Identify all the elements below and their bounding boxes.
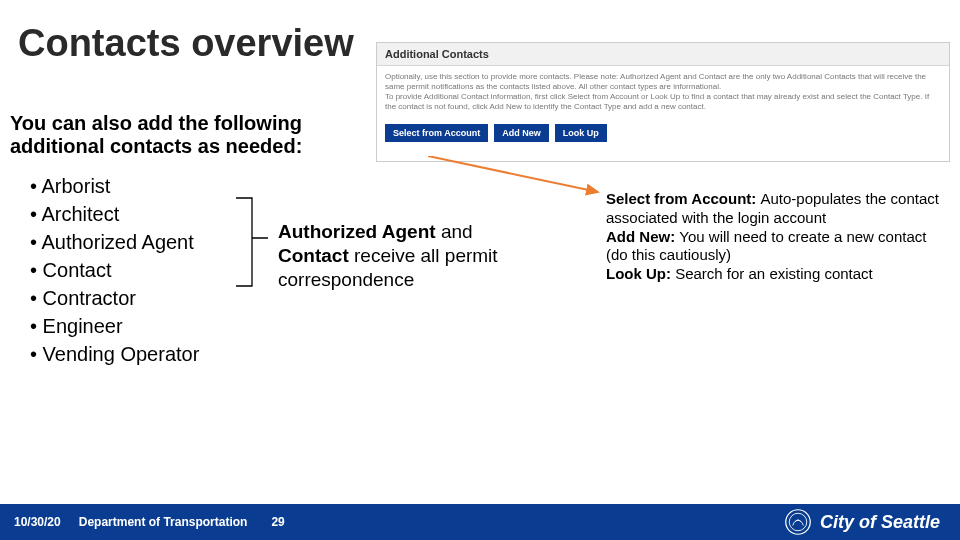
- panel-header: Additional Contacts: [377, 43, 949, 66]
- look-up-button[interactable]: Look Up: [555, 124, 607, 142]
- explain-label: Add New:: [606, 228, 679, 245]
- list-item: • Architect: [30, 200, 199, 228]
- explain-look-up: Look Up: Search for an existing contact: [606, 265, 946, 284]
- list-item: • Engineer: [30, 312, 199, 340]
- explain-select-from-account: Select from Account: Auto-populates the …: [606, 190, 946, 228]
- footer-page-number: 29: [271, 515, 284, 529]
- svg-point-2: [789, 513, 807, 531]
- panel-text-2: To provide Additional Contact informatio…: [385, 92, 941, 112]
- bullet-list: • Arborist • Architect • Authorized Agen…: [30, 172, 199, 368]
- footer-department: Department of Transportation: [79, 515, 248, 529]
- bullet-label: Authorized Agent: [41, 231, 193, 253]
- city-of-seattle-logo: City of Seattle: [784, 508, 940, 536]
- callout-text: Authorized Agent and Contact receive all…: [278, 220, 528, 291]
- bullet-label: Engineer: [43, 315, 123, 337]
- explain-label: Look Up:: [606, 265, 675, 282]
- explain-label: Select from Account:: [606, 190, 760, 207]
- callout-mid: and: [441, 221, 473, 242]
- list-item: • Authorized Agent: [30, 228, 199, 256]
- button-explanations: Select from Account: Auto-populates the …: [606, 190, 946, 284]
- list-item: • Vending Operator: [30, 340, 199, 368]
- additional-contacts-panel: Additional Contacts Optionally, use this…: [376, 42, 950, 162]
- bracket-icon: [232, 194, 276, 290]
- panel-body: Optionally, use this section to provide …: [377, 66, 949, 118]
- panel-text-1: Optionally, use this section to provide …: [385, 72, 941, 92]
- bullet-label: Contractor: [43, 287, 136, 309]
- logo-text: City of Seattle: [820, 512, 940, 533]
- bullet-label: Vending Operator: [43, 343, 200, 365]
- footer-date: 10/30/20: [14, 515, 61, 529]
- add-new-button[interactable]: Add New: [494, 124, 549, 142]
- bullet-label: Architect: [41, 203, 119, 225]
- callout-bold1: Authorized Agent: [278, 221, 441, 242]
- select-from-account-button[interactable]: Select from Account: [385, 124, 488, 142]
- intro-text: You can also add the following additiona…: [10, 112, 360, 158]
- explain-add-new: Add New: You will need to create a new c…: [606, 228, 946, 266]
- list-item: • Contractor: [30, 284, 199, 312]
- list-item: • Contact: [30, 256, 199, 284]
- bullet-label: Contact: [43, 259, 112, 281]
- page-title: Contacts overview: [18, 22, 354, 65]
- seattle-seal-icon: [784, 508, 812, 536]
- bullet-label: Arborist: [41, 175, 110, 197]
- arrow-icon: [428, 156, 608, 206]
- explain-text: Search for an existing contact: [675, 265, 873, 282]
- panel-button-row: Select from Account Add New Look Up: [377, 118, 949, 150]
- list-item: • Arborist: [30, 172, 199, 200]
- slide: Contacts overview You can also add the f…: [0, 0, 960, 540]
- callout-bold2: Contact: [278, 245, 354, 266]
